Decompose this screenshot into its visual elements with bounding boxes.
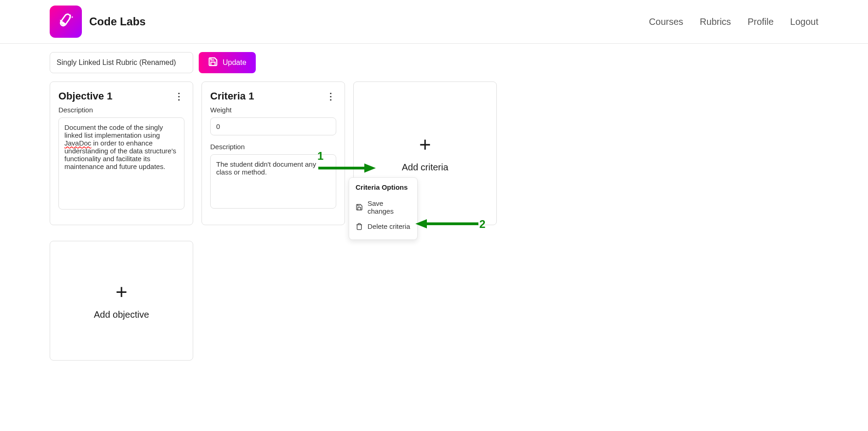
app-header: Code Labs Courses Rubrics Profile Logout xyxy=(0,0,868,44)
criteria-kebab-icon[interactable]: ⋮ xyxy=(325,91,336,102)
trash-icon xyxy=(356,223,363,230)
main-nav: Courses Rubrics Profile Logout xyxy=(649,17,818,27)
criteria-title: Criteria 1 xyxy=(210,90,254,102)
add-criteria-label: Add criteria xyxy=(402,162,448,173)
update-button[interactable]: Update xyxy=(199,52,256,73)
objective-description-textarea[interactable]: Document the code of the singly linked l… xyxy=(58,117,184,210)
nav-profile[interactable]: Profile xyxy=(747,17,774,27)
criteria-description-label: Description xyxy=(210,143,336,151)
svg-point-3 xyxy=(69,17,70,19)
save-icon xyxy=(356,204,363,211)
objective-description-label: Description xyxy=(58,106,184,114)
rubric-toolbar: Update xyxy=(50,52,818,73)
dropdown-delete-criteria[interactable]: Delete criteria xyxy=(349,219,417,234)
cards-row-2: + Add objective xyxy=(50,241,818,361)
objective-card: Objective 1 ⋮ Description Document the c… xyxy=(50,82,193,225)
dropdown-delete-label: Delete criteria xyxy=(368,222,410,230)
dropdown-title: Criteria Options xyxy=(349,183,417,196)
objective-kebab-icon[interactable]: ⋮ xyxy=(173,91,184,102)
app-logo-icon[interactable] xyxy=(50,6,82,38)
criteria-options-dropdown: Criteria Options Save changes xyxy=(349,177,418,240)
criteria-weight-label: Weight xyxy=(210,106,336,114)
dropdown-save-label: Save changes xyxy=(368,199,411,215)
cards-row-1: Objective 1 ⋮ Description Document the c… xyxy=(50,82,818,225)
objective-title: Objective 1 xyxy=(58,90,112,102)
criteria-card: Criteria 1 ⋮ Weight Description xyxy=(201,82,345,225)
nav-rubrics[interactable]: Rubrics xyxy=(700,17,731,27)
app-name: Code Labs xyxy=(89,15,146,28)
plus-icon: + xyxy=(115,282,127,302)
objective-card-header: Objective 1 ⋮ xyxy=(58,90,184,102)
svg-point-2 xyxy=(72,17,73,18)
nav-logout[interactable]: Logout xyxy=(790,17,818,27)
add-objective-label: Add objective xyxy=(94,309,149,320)
criteria-card-header: Criteria 1 ⋮ xyxy=(210,90,336,102)
svg-point-1 xyxy=(70,15,71,16)
rubric-name-input[interactable] xyxy=(50,52,193,73)
criteria-description-textarea[interactable] xyxy=(210,154,336,209)
dropdown-save-changes[interactable]: Save changes xyxy=(349,196,417,219)
plus-icon: + xyxy=(419,134,431,155)
logo-section: Code Labs xyxy=(50,6,146,38)
update-button-label: Update xyxy=(223,58,247,67)
nav-courses[interactable]: Courses xyxy=(649,17,683,27)
add-objective-button[interactable]: + Add objective xyxy=(50,241,193,361)
save-icon xyxy=(208,57,218,69)
page-content: Update Objective 1 ⋮ Description Documen… xyxy=(0,44,868,384)
criteria-weight-input[interactable] xyxy=(210,117,336,135)
